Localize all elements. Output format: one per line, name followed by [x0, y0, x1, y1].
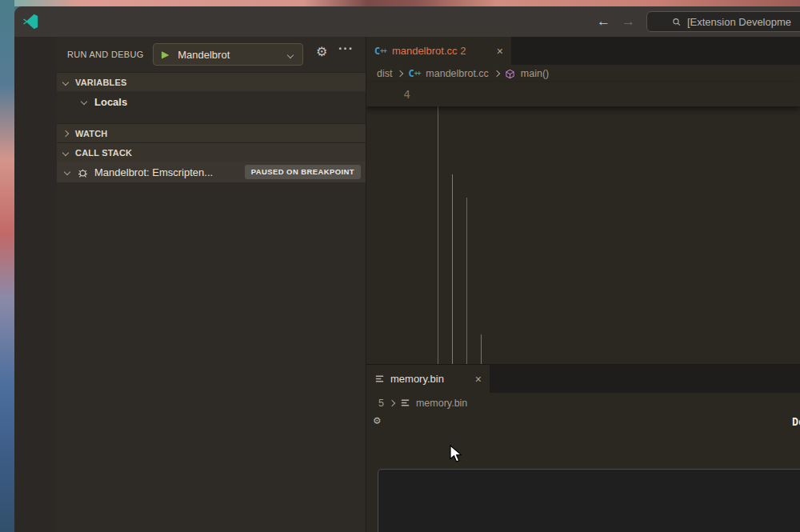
chevron-down-icon [81, 98, 87, 105]
chevron-right-icon [62, 130, 69, 136]
chevron-down-icon [62, 78, 69, 85]
command-center-search[interactable]: [Extension Developme [646, 11, 800, 32]
scope-locals[interactable]: Locals [57, 91, 366, 112]
breadcrumb: dist C++ mandelbrot.cc main() [366, 65, 800, 82]
section-title: VARIABLES [75, 78, 127, 87]
chevron-right-icon [397, 70, 403, 77]
tab-label: memory.bin [390, 373, 444, 385]
indent-guide [438, 106, 438, 364]
variables-overflow [57, 112, 366, 123]
hex-file-icon [400, 398, 410, 408]
titlebar-navigation: ← → [Extension Developme [597, 6, 800, 37]
breadcrumb-index[interactable]: 5 [378, 398, 384, 409]
titlebar: ← → [Extension Developme [14, 6, 800, 37]
editor-tabbar: C++ mandelbrot.cc 2 × [366, 37, 800, 65]
indent-guide [466, 198, 467, 364]
section-title: CALL STACK [75, 148, 132, 158]
memory-panel: memory.bin × 5 memory.bin ⚙ Decoded Text [366, 364, 800, 532]
gear-icon[interactable]: ⚙ [316, 44, 327, 59]
session-label: Mandelbrot: Emscripten... [94, 166, 213, 178]
data-inspector-tooltip [378, 469, 800, 532]
wallpaper-left-strip [0, 0, 14, 532]
hex-editor[interactable]: ⚙ Decoded Text [366, 413, 800, 532]
callstack-section-header[interactable]: CALL STACK [57, 142, 366, 162]
paused-status-badge: PAUSED ON BREAKPOINT [245, 165, 361, 179]
activity-bar [14, 37, 57, 532]
panel-breadcrumb: 5 memory.bin [366, 393, 800, 413]
cpp-file-icon: C++ [374, 46, 386, 57]
launch-config-label: Mandelbrot [178, 49, 230, 61]
start-debug-icon[interactable]: ▶ [162, 49, 169, 60]
tab-memory-bin[interactable]: memory.bin × [366, 365, 490, 393]
gear-icon[interactable]: ⚙ [374, 414, 380, 426]
variables-section-header[interactable]: VARIABLES [57, 72, 366, 91]
tab-label: mandelbrot.cc 2 [392, 45, 466, 57]
hex-file-icon [374, 374, 385, 384]
chevron-right-icon [389, 399, 395, 406]
decoded-text-header: Decoded Text [792, 415, 800, 428]
breadcrumb-dist[interactable]: dist [377, 68, 392, 79]
scope-label: Locals [94, 96, 127, 108]
editor-group: C++ mandelbrot.cc 2 × dist C++ mandelbro… [366, 37, 800, 532]
breadcrumb-symbol[interactable]: main() [521, 68, 549, 79]
mouse-cursor [450, 445, 463, 462]
search-text: [Extension Developme [687, 16, 791, 28]
wallpaper-top-strip [0, 0, 800, 6]
back-arrow-icon[interactable]: ← [597, 14, 610, 30]
watch-section-header[interactable]: WATCH [57, 123, 366, 142]
forward-arrow-icon[interactable]: → [622, 14, 635, 30]
line-number: 4 [366, 88, 410, 101]
launch-config-dropdown[interactable]: ▶ Mandelbrot [153, 43, 303, 66]
close-icon[interactable]: × [475, 373, 482, 386]
chevron-down-icon [64, 169, 70, 175]
indent-guide [452, 174, 453, 364]
tab-mandelbrot-cc[interactable]: C++ mandelbrot.cc 2 × [366, 37, 511, 65]
cpp-file-icon: C++ [408, 68, 420, 79]
bug-icon [77, 166, 89, 178]
debug-session-row[interactable]: Mandelbrot: Emscripten... PAUSED ON BREA… [57, 162, 366, 182]
chevron-down-icon [62, 149, 69, 155]
run-and-debug-sidebar: RUN AND DEBUG ▶ Mandelbrot ⚙ ··· VARIABL… [57, 37, 366, 532]
sidebar-title: RUN AND DEBUG [67, 50, 144, 59]
more-actions-icon[interactable]: ··· [338, 42, 354, 56]
chevron-right-icon [494, 70, 500, 77]
chevron-down-icon [287, 52, 294, 58]
section-title: WATCH [75, 129, 108, 138]
sticky-scroll-line[interactable]: 4 [366, 82, 800, 106]
debug-toolbar: RUN AND DEBUG ▶ Mandelbrot ⚙ ··· [57, 37, 366, 72]
vscode-logo-icon [22, 13, 39, 30]
vscode-window: ← → [Extension Developme RUN AND DEBUG ▶… [14, 6, 800, 532]
symbol-cube-icon [505, 69, 515, 79]
workbench: RUN AND DEBUG ▶ Mandelbrot ⚙ ··· VARIABL… [14, 37, 800, 532]
breadcrumb-file[interactable]: memory.bin [416, 398, 467, 409]
search-icon [671, 17, 682, 27]
indent-guide [481, 334, 482, 364]
close-icon[interactable]: × [497, 45, 503, 58]
panel-tabbar: memory.bin × [366, 365, 800, 393]
breadcrumb-file[interactable]: mandelbrot.cc [426, 68, 489, 79]
code-editor[interactable] [366, 106, 800, 364]
